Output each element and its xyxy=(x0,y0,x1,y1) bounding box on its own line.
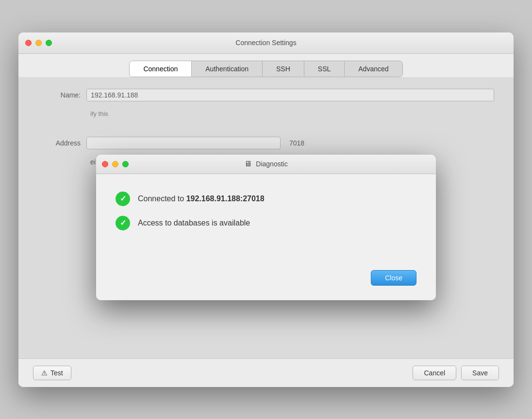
dialog-backdrop: 🖥 Diagnostic ✓ Connected to 192.16 xyxy=(18,77,514,358)
tabs: Connection Authentication SSH SSL Advanc… xyxy=(129,61,402,77)
dialog-minimize-button[interactable] xyxy=(112,161,118,167)
databases-text: Access to databases is available xyxy=(138,219,250,227)
test-label: Test xyxy=(50,369,63,377)
status-items: ✓ Connected to 192.168.91.188:27018 ✓ A xyxy=(116,192,416,230)
dialog-footer: Close xyxy=(116,256,416,286)
check-icon-2: ✓ xyxy=(120,218,126,227)
status-item-databases: ✓ Access to databases is available xyxy=(116,216,416,230)
tab-connection[interactable]: Connection xyxy=(130,61,192,77)
content-area: Name: ify this Address 7018 either xyxy=(18,77,514,358)
tab-ssl[interactable]: SSL xyxy=(304,61,345,77)
check-icon: ✓ xyxy=(120,194,126,203)
traffic-lights xyxy=(25,40,52,46)
test-button[interactable]: ⚠ Test xyxy=(33,366,71,380)
dialog-close-button[interactable] xyxy=(102,161,108,167)
tabs-container: Connection Authentication SSH SSL Advanc… xyxy=(18,54,514,77)
dialog-traffic-lights xyxy=(102,161,129,167)
status-item-connected: ✓ Connected to 192.168.91.188:27018 xyxy=(116,192,416,206)
cancel-button[interactable]: Cancel xyxy=(413,366,456,380)
dialog-title-content: 🖥 Diagnostic xyxy=(244,160,287,168)
maximize-button[interactable] xyxy=(46,40,52,46)
main-window: Connection Settings Connection Authentic… xyxy=(18,32,514,387)
dialog-body: ✓ Connected to 192.168.91.188:27018 ✓ A xyxy=(96,174,436,300)
connected-text: Connected to 192.168.91.188:27018 xyxy=(138,194,265,203)
monitor-icon: 🖥 xyxy=(244,160,252,168)
dialog-title-text: Diagnostic xyxy=(256,160,287,168)
window-title: Connection Settings xyxy=(235,39,296,47)
minimize-button[interactable] xyxy=(35,40,42,46)
tab-advanced[interactable]: Advanced xyxy=(345,61,402,77)
save-button[interactable]: Save xyxy=(461,366,499,380)
diagnostic-dialog: 🖥 Diagnostic ✓ Connected to 192.16 xyxy=(96,155,436,300)
test-icon: ⚠ xyxy=(41,369,48,377)
dialog-title-bar: 🖥 Diagnostic xyxy=(96,155,436,174)
dialog-maximize-button[interactable] xyxy=(122,161,129,167)
bottom-bar: ⚠ Test Cancel Save xyxy=(18,358,514,387)
tab-authentication[interactable]: Authentication xyxy=(192,61,263,77)
bottom-right-buttons: Cancel Save xyxy=(413,366,499,380)
title-bar: Connection Settings xyxy=(18,32,514,54)
databases-icon: ✓ xyxy=(116,216,130,230)
connected-address: 192.168.91.188:27018 xyxy=(186,194,265,203)
close-button[interactable] xyxy=(25,40,32,46)
tab-ssh[interactable]: SSH xyxy=(263,61,304,77)
close-dialog-button[interactable]: Close xyxy=(371,270,416,286)
connected-icon: ✓ xyxy=(116,192,130,206)
